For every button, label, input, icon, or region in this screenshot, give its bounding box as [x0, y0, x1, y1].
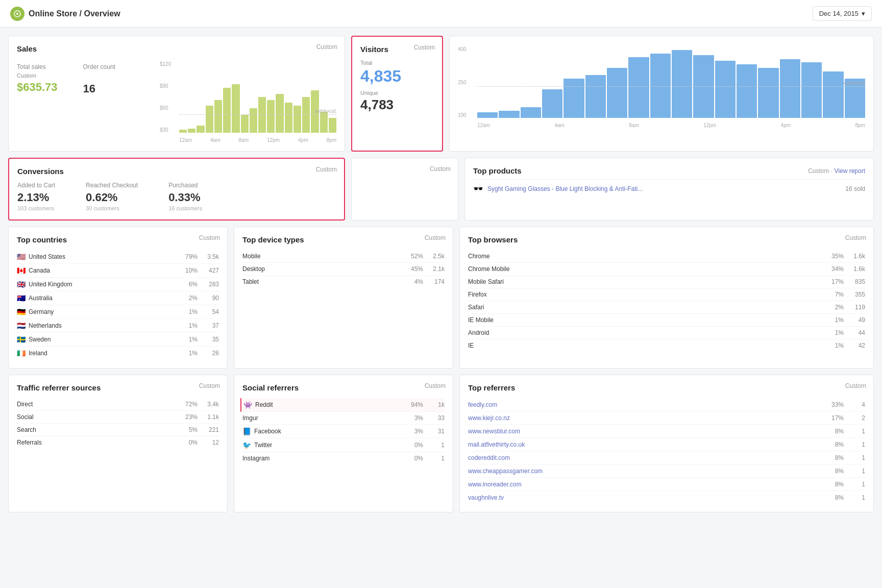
- browser-count: 44: [847, 329, 865, 336]
- social-pct: 94%: [403, 401, 423, 408]
- device-label: Mobile: [242, 253, 400, 260]
- country-flag: 🇦🇺: [17, 294, 26, 302]
- country-count: 283: [201, 281, 219, 288]
- social-label: Instagram: [242, 455, 400, 462]
- social-icon: 📘: [242, 427, 251, 435]
- social-pct: 0%: [403, 442, 423, 449]
- social-row: 📘 Facebook 3% 31: [242, 425, 445, 438]
- country-pct: 1%: [177, 350, 198, 357]
- country-pct: 10%: [177, 267, 198, 274]
- traffic-referrer-custom[interactable]: Custom: [199, 382, 220, 389]
- social-row: 👾 Reddit 94% 1k: [240, 398, 445, 412]
- social-pct: 3%: [403, 414, 423, 422]
- referrer-link[interactable]: www.inoreader.com: [468, 481, 522, 488]
- referrer-pct: 8%: [823, 468, 844, 475]
- traffic-label: Search: [17, 426, 174, 433]
- mid-custom[interactable]: Custom: [430, 165, 451, 173]
- row-referrers: Traffic referrer sources Custom Direct 7…: [8, 375, 874, 512]
- referrer-count: 2: [847, 414, 865, 422]
- browser-pct: 2%: [823, 304, 844, 311]
- referrer-count: 1: [847, 454, 865, 461]
- country-pct: 1%: [177, 308, 198, 315]
- header: Online Store / Overview Dec 14, 2015 ▾: [0, 0, 882, 28]
- country-count: 54: [201, 308, 219, 315]
- browser-pct: 1%: [823, 316, 844, 324]
- top-device-card: Top device types Custom Mobile 52% 2.5k …: [234, 227, 453, 369]
- top-countries-custom[interactable]: Custom: [199, 234, 220, 241]
- conversions-title: Conversions: [17, 167, 336, 176]
- product-name[interactable]: Syght Gaming Glasses - Blue Light Blocki…: [487, 185, 841, 192]
- browser-row: IE 1% 42: [468, 339, 865, 352]
- social-label: 🐦 Twitter: [242, 441, 400, 449]
- browser-row: Safari 2% 119: [468, 301, 865, 314]
- referrer-link[interactable]: vaughnlive.tv: [468, 494, 504, 501]
- device-label: Desktop: [242, 265, 400, 273]
- top-countries-card: Top countries Custom 🇺🇸 United States 79…: [8, 227, 228, 369]
- view-report-link[interactable]: View report: [835, 167, 865, 175]
- browser-row: Firefox 7% 355: [468, 288, 865, 301]
- sales-custom[interactable]: Custom: [316, 43, 337, 51]
- browser-row: Chrome Mobile 34% 1.6k: [468, 263, 865, 276]
- country-label: 🇩🇪 Germany: [17, 308, 174, 316]
- referrer-count: 1: [847, 468, 865, 475]
- traffic-count: 221: [201, 426, 219, 433]
- top-device-custom[interactable]: Custom: [425, 234, 446, 241]
- social-referrers-custom[interactable]: Custom: [425, 382, 446, 389]
- referrer-pct: 33%: [823, 401, 844, 408]
- traffic-pct: 0%: [177, 439, 198, 446]
- traffic-row: Referrals 0% 12: [17, 436, 219, 449]
- country-count: 427: [201, 267, 219, 274]
- social-pct: 3%: [403, 428, 423, 435]
- country-flag: 🇩🇪: [17, 308, 26, 316]
- country-label: 🇬🇧 United Kingdom: [17, 280, 174, 288]
- traffic-label: Referrals: [17, 439, 174, 446]
- referrer-count: 1: [847, 428, 865, 435]
- social-row: Imgur 3% 33: [242, 412, 445, 425]
- countries-table: 🇺🇸 United States 79% 3.5k 🇨🇦 Canada 10% …: [17, 250, 219, 360]
- product-item: 🕶️ Syght Gaming Glasses - Blue Light Blo…: [473, 179, 865, 198]
- social-icon: 🐦: [242, 441, 251, 449]
- country-count: 26: [201, 350, 219, 357]
- conversions-card: Conversions Custom Added to Cart 2.13% 1…: [8, 158, 345, 220]
- traffic-count: 12: [201, 439, 219, 446]
- top-referrers-custom[interactable]: Custom: [845, 382, 866, 389]
- referrer-link[interactable]: www.cheappassgamer.com: [468, 468, 543, 475]
- browser-label: IE: [468, 342, 820, 349]
- traffic-label: Social: [17, 413, 174, 421]
- purchased: Purchased 0.33% 16 customers: [168, 182, 202, 211]
- top-browsers-custom[interactable]: Custom: [845, 234, 866, 241]
- top-referrers-title: Top referrers: [468, 383, 865, 392]
- browser-pct: 7%: [823, 291, 844, 298]
- referrer-link[interactable]: www.kiejr.co.nz: [468, 414, 510, 422]
- device-pct: 45%: [403, 265, 423, 273]
- referrer-link[interactable]: codereddit.com: [468, 454, 510, 461]
- referrer-link[interactable]: www.newsblur.com: [468, 428, 520, 435]
- traffic-pct: 72%: [177, 401, 198, 408]
- social-label: 👾 Reddit: [243, 401, 400, 409]
- date-picker[interactable]: Dec 14, 2015 ▾: [813, 6, 872, 21]
- browser-pct: 34%: [823, 265, 844, 273]
- referrer-row: vaughnlive.tv 8% 1: [468, 491, 865, 504]
- added-to-cart: Added to Cart 2.13% 103 customers: [17, 182, 55, 211]
- device-count: 2.1k: [426, 265, 445, 273]
- referrer-pct: 17%: [823, 414, 844, 422]
- browser-pct: 35%: [823, 253, 844, 260]
- browser-row: Mobile Safari 17% 835: [468, 276, 865, 288]
- country-label: 🇦🇺 Australia: [17, 294, 174, 302]
- browser-label: Android: [468, 329, 820, 336]
- total-sales-metric: Total sales Custom $635.73: [17, 63, 58, 95]
- country-flag: 🇳🇱: [17, 322, 26, 330]
- browser-label: IE Mobile: [468, 316, 820, 324]
- browser-row: Android 1% 44: [468, 327, 865, 339]
- social-row: Instagram 0% 1: [242, 452, 445, 464]
- referrer-link[interactable]: mail.atfivethirty.co.uk: [468, 441, 525, 448]
- conversions-custom[interactable]: Custom: [316, 166, 337, 173]
- referrer-row: www.inoreader.com 8% 1: [468, 478, 865, 491]
- sales-chart: $120$90$60$30: [160, 59, 336, 143]
- browser-row: Chrome 35% 1.6k: [468, 250, 865, 263]
- visitors-custom[interactable]: Custom: [414, 44, 435, 51]
- country-count: 90: [201, 295, 219, 302]
- top-browsers-card: Top browsers Custom Chrome 35% 1.6k Chro…: [459, 227, 874, 369]
- referrer-link[interactable]: feedly.com: [468, 401, 497, 408]
- referrer-row: mail.atfivethirty.co.uk 8% 1: [468, 438, 865, 451]
